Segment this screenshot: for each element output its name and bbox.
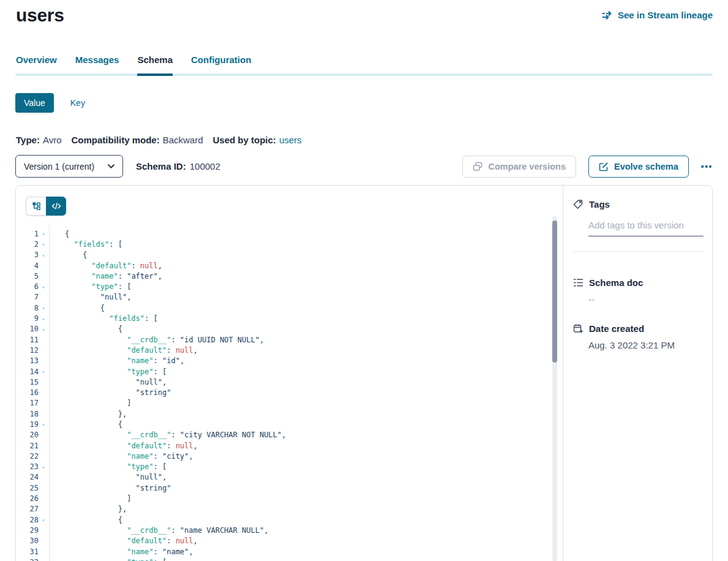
line-number: 10: [16, 325, 39, 333]
code-pane: 1▾{2▾ "fields": [3▾ {4 "default": null,5…: [16, 186, 563, 561]
tree-view-button[interactable]: [26, 197, 46, 216]
meta-value: Avro: [43, 135, 62, 145]
fold-arrow-icon[interactable]: ▾: [39, 241, 48, 247]
fold-arrow-icon[interactable]: ▾: [39, 559, 48, 561]
line-number: 15: [16, 378, 39, 386]
code-text: "name": "after",: [48, 272, 162, 280]
evolve-schema-button[interactable]: Evolve schema: [588, 156, 689, 178]
code-line: 16 "string": [16, 387, 563, 397]
date-created-heading: Date created: [573, 323, 704, 334]
compare-versions-icon: [473, 162, 482, 171]
code-text: "__crdb__": "city VARCHAR NOT NULL",: [48, 431, 286, 439]
value-toggle-button[interactable]: Value: [15, 93, 54, 113]
line-number: 11: [16, 336, 39, 344]
fold-arrow-icon[interactable]: ▾: [39, 230, 48, 237]
meta-item: Type:Avro: [16, 135, 61, 145]
fold-arrow-icon[interactable]: ▾: [39, 421, 48, 427]
tag-icon: [573, 199, 584, 209]
code-line: 13 "name": "id",: [16, 356, 563, 366]
fold-arrow-icon[interactable]: ▾: [39, 464, 48, 470]
code-text: "name": "name",: [48, 548, 193, 556]
code-line: 24 "null",: [16, 472, 563, 483]
line-number: 19: [16, 420, 39, 429]
schema-sidebar: Tags Schema doc -- Date created: [563, 186, 712, 561]
fold-arrow-icon[interactable]: ▾: [39, 368, 48, 375]
code-line: 5 "name": "after",: [16, 271, 563, 281]
code-text: "__crdb__": "name VARCHAR NULL",: [48, 526, 268, 535]
scrollbar-track[interactable]: [552, 216, 557, 561]
line-number: 4: [16, 262, 39, 270]
code-line: 2▾ "fields": [: [16, 239, 563, 249]
code-text: "default": null,: [48, 262, 162, 270]
fold-arrow-icon[interactable]: ▾: [39, 304, 48, 311]
code-text: {: [48, 516, 122, 524]
code-text: "null",: [48, 378, 167, 386]
gutter-divider: [49, 224, 50, 561]
code-line: 27 },: [16, 504, 563, 514]
fold-spacer: [39, 296, 48, 298]
code-text: },: [48, 410, 127, 418]
code-text: "name": "city",: [48, 452, 193, 461]
code-text: ]: [48, 494, 131, 503]
line-number: 18: [16, 410, 39, 418]
fold-spacer: [39, 551, 48, 552]
code-text: "string": [48, 484, 171, 492]
meta-label: Compatibility mode:: [71, 135, 159, 145]
line-number: 17: [16, 399, 39, 407]
add-tags-input[interactable]: [588, 220, 704, 236]
date-created-section: Date created Aug. 3 2022 3:21 PM: [573, 323, 704, 350]
calendar-plus-icon: [573, 323, 584, 334]
code-line: 12 "default": null,: [16, 345, 563, 355]
line-number: 3: [16, 250, 39, 259]
tab-schema[interactable]: Schema: [137, 55, 173, 73]
code-text: {: [48, 420, 122, 429]
code-text: "type": [: [48, 558, 167, 561]
topic-link[interactable]: users: [279, 135, 302, 145]
code-text: "fields": [: [48, 240, 122, 249]
code-text: "name": "id",: [48, 356, 184, 365]
fold-spacer: [39, 508, 48, 510]
tab-configuration[interactable]: Configuration: [191, 55, 251, 73]
code-line: 32▾ "type": [: [16, 557, 563, 561]
code-line: 17 ]: [16, 398, 563, 409]
tree-view-icon: [32, 201, 41, 211]
code-line: 31 "name": "name",: [16, 546, 563, 557]
edit-icon: [599, 162, 609, 171]
code-view-button[interactable]: [46, 197, 66, 216]
code-text: "fields": [: [48, 314, 158, 323]
code-text: "default": null,: [48, 537, 198, 545]
compare-versions-button[interactable]: Compare versions: [462, 156, 576, 178]
line-number: 21: [16, 442, 39, 450]
fold-spacer: [39, 488, 48, 489]
schema-panel: 1▾{2▾ "fields": [3▾ {4 "default": null,5…: [15, 185, 713, 561]
code-text: {: [48, 325, 122, 333]
line-number: 22: [16, 452, 39, 461]
fold-spacer: [39, 413, 48, 415]
version-actions: Compare versions Evolve schema •••: [462, 156, 713, 178]
line-number: 6: [16, 282, 39, 291]
fold-spacer: [39, 445, 48, 446]
line-number: 27: [16, 505, 39, 513]
fold-spacer: [39, 434, 48, 435]
see-in-stream-lineage-link[interactable]: See in Stream lineage: [602, 10, 713, 20]
fold-arrow-icon[interactable]: ▾: [39, 315, 48, 322]
code-line: 3▾ {: [16, 250, 563, 260]
meta-item: Compatibility mode:Backward: [71, 135, 203, 145]
more-options-button[interactable]: •••: [701, 162, 713, 171]
stream-lineage-icon: [602, 11, 613, 20]
line-number: 28: [16, 516, 39, 524]
tab-messages[interactable]: Messages: [75, 55, 119, 73]
scrollbar-thumb[interactable]: [552, 220, 557, 363]
code-line: 29 "__crdb__": "name VARCHAR NULL",: [16, 525, 563, 535]
line-number: 32: [16, 558, 39, 561]
fold-arrow-icon[interactable]: ▾: [39, 252, 48, 258]
code-line: 20 "__crdb__": "city VARCHAR NOT NULL",: [16, 430, 563, 440]
key-toggle-button[interactable]: Key: [70, 98, 85, 108]
tab-overview[interactable]: Overview: [16, 55, 57, 73]
code-line: 23▾ "type": [: [16, 462, 563, 472]
fold-arrow-icon[interactable]: ▾: [39, 516, 48, 523]
fold-arrow-icon[interactable]: ▾: [39, 326, 48, 333]
version-select[interactable]: Version 1 (current): [15, 155, 123, 178]
tags-title: Tags: [589, 199, 610, 209]
fold-arrow-icon[interactable]: ▾: [39, 284, 48, 290]
